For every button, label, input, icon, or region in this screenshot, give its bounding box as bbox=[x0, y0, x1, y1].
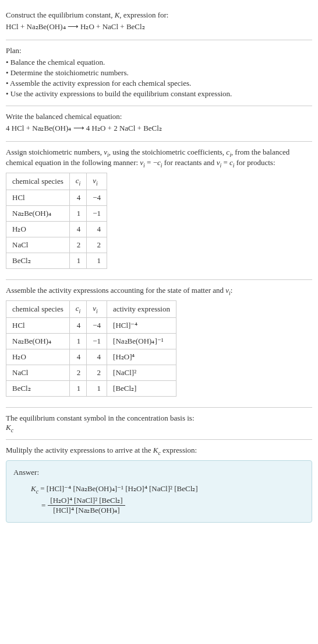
cell-v: 1 bbox=[87, 253, 107, 268]
table-row: Na₂Be(OH)₄ 1 −1 bbox=[6, 205, 107, 221]
plan-header: Plan: bbox=[6, 46, 312, 55]
cell-species: BeCl₂ bbox=[6, 380, 70, 396]
table-row: HCl 4 −4 bbox=[6, 190, 107, 205]
cell-v: −1 bbox=[87, 205, 107, 221]
cell-v: 4 bbox=[87, 221, 107, 237]
table-row: NaCl 2 2 [NaCl]² bbox=[6, 365, 176, 380]
answer-formula-line2: = [H₂O]⁴ [NaCl]² [BeCl₂] [HCl]⁴ [Na₂Be(O… bbox=[31, 496, 305, 515]
cell-v: −4 bbox=[87, 190, 107, 205]
cell-expr: [H₂O]⁴ bbox=[107, 349, 176, 365]
col-c: ci bbox=[69, 301, 87, 318]
col-expr: activity expression bbox=[107, 301, 176, 318]
balanced-section: Write the balanced chemical equation: 4 … bbox=[6, 106, 312, 142]
cell-expr: [HCl]⁻⁴ bbox=[107, 317, 176, 333]
cell-c: 1 bbox=[69, 205, 87, 221]
frac-numerator: [H₂O]⁴ [NaCl]² [BeCl₂] bbox=[48, 496, 125, 506]
multiply-section: Mulitply the activity expressions to arr… bbox=[6, 440, 312, 529]
stoich-intro: Assign stoichiometric numbers, νi, using… bbox=[6, 148, 312, 168]
intro-equation: HCl + Na₂Be(OH)₄ ⟶ H₂O + NaCl + BeCl₂ bbox=[6, 22, 312, 32]
cell-species: H₂O bbox=[6, 349, 70, 365]
intro-line1: Construct the equilibrium constant, K, e… bbox=[6, 10, 312, 20]
table-row: H₂O 4 4 bbox=[6, 221, 107, 237]
multiply-text: Mulitply the activity expressions to arr… bbox=[6, 446, 312, 456]
cell-c: 1 bbox=[69, 253, 87, 268]
cell-c: 4 bbox=[69, 190, 87, 205]
frac-denominator: [HCl]⁴ [Na₂Be(OH)₄] bbox=[48, 506, 125, 515]
col-c: ci bbox=[69, 173, 87, 190]
cell-species: Na₂Be(OH)₄ bbox=[6, 205, 70, 221]
plan-item-2: • Assemble the activity expression for e… bbox=[6, 79, 312, 88]
cell-species: HCl bbox=[6, 190, 70, 205]
cell-v: 2 bbox=[87, 237, 107, 253]
table-row: H₂O 4 4 [H₂O]⁴ bbox=[6, 349, 176, 365]
balanced-equation: 4 HCl + Na₂Be(OH)₄ ⟶ 4 H₂O + 2 NaCl + Be… bbox=[6, 124, 312, 133]
balanced-header: Write the balanced chemical equation: bbox=[6, 112, 312, 121]
col-v: νi bbox=[87, 173, 107, 190]
cell-v: 1 bbox=[87, 380, 107, 396]
answer-label: Answer: bbox=[13, 468, 305, 477]
symbol-line2: Kc bbox=[6, 423, 312, 433]
activity-table: chemical species ci νi activity expressi… bbox=[6, 300, 176, 397]
cell-expr: [BeCl₂] bbox=[107, 380, 176, 396]
symbol-line1: The equilibrium constant symbol in the c… bbox=[6, 414, 312, 423]
answer-box: Answer: Kc = [HCl]⁻⁴ [Na₂Be(OH)₄]⁻¹ [H₂O… bbox=[6, 460, 312, 523]
table-header-row: chemical species ci νi bbox=[6, 173, 107, 190]
col-v: νi bbox=[87, 301, 107, 318]
cell-c: 1 bbox=[69, 380, 87, 396]
intro-section: Construct the equilibrium constant, K, e… bbox=[6, 5, 312, 40]
table-row: BeCl₂ 1 1 bbox=[6, 253, 107, 268]
cell-expr: [Na₂Be(OH)₄]⁻¹ bbox=[107, 333, 176, 349]
plan-item-0: • Balance the chemical equation. bbox=[6, 58, 312, 67]
cell-species: NaCl bbox=[6, 365, 70, 380]
plan-item-3: • Use the activity expressions to build … bbox=[6, 89, 312, 99]
cell-species: NaCl bbox=[6, 237, 70, 253]
col-species: chemical species bbox=[6, 173, 70, 190]
table-row: BeCl₂ 1 1 [BeCl₂] bbox=[6, 380, 176, 396]
cell-v: −1 bbox=[87, 333, 107, 349]
plan-item-1: • Determine the stoichiometric numbers. bbox=[6, 68, 312, 78]
table-header-row: chemical species ci νi activity expressi… bbox=[6, 301, 176, 318]
cell-species: HCl bbox=[6, 317, 70, 333]
answer-fraction: [H₂O]⁴ [NaCl]² [BeCl₂] [HCl]⁴ [Na₂Be(OH)… bbox=[48, 496, 125, 515]
cell-species: Na₂Be(OH)₄ bbox=[6, 333, 70, 349]
cell-c: 4 bbox=[69, 317, 87, 333]
col-species: chemical species bbox=[6, 301, 70, 318]
cell-c: 2 bbox=[69, 237, 87, 253]
cell-c: 1 bbox=[69, 333, 87, 349]
cell-v: −4 bbox=[87, 317, 107, 333]
cell-v: 2 bbox=[87, 365, 107, 380]
table-row: HCl 4 −4 [HCl]⁻⁴ bbox=[6, 317, 176, 333]
table-row: Na₂Be(OH)₄ 1 −1 [Na₂Be(OH)₄]⁻¹ bbox=[6, 333, 176, 349]
stoich-section: Assign stoichiometric numbers, νi, using… bbox=[6, 142, 312, 280]
activity-section: Assemble the activity expressions accoun… bbox=[6, 280, 312, 408]
cell-c: 2 bbox=[69, 365, 87, 380]
cell-species: BeCl₂ bbox=[6, 253, 70, 268]
cell-c: 4 bbox=[69, 349, 87, 365]
cell-species: H₂O bbox=[6, 221, 70, 237]
stoich-table: chemical species ci νi HCl 4 −4 Na₂Be(OH… bbox=[6, 173, 107, 269]
symbol-section: The equilibrium constant symbol in the c… bbox=[6, 408, 312, 440]
answer-formula-line1: Kc = [HCl]⁻⁴ [Na₂Be(OH)₄]⁻¹ [H₂O]⁴ [NaCl… bbox=[31, 483, 305, 496]
cell-c: 4 bbox=[69, 221, 87, 237]
plan-section: Plan: • Balance the chemical equation. •… bbox=[6, 40, 312, 106]
cell-expr: [NaCl]² bbox=[107, 365, 176, 380]
answer-expr: [HCl]⁻⁴ [Na₂Be(OH)₄]⁻¹ [H₂O]⁴ [NaCl]² [B… bbox=[47, 484, 198, 493]
cell-v: 4 bbox=[87, 349, 107, 365]
table-row: NaCl 2 2 bbox=[6, 237, 107, 253]
activity-intro: Assemble the activity expressions accoun… bbox=[6, 286, 312, 296]
